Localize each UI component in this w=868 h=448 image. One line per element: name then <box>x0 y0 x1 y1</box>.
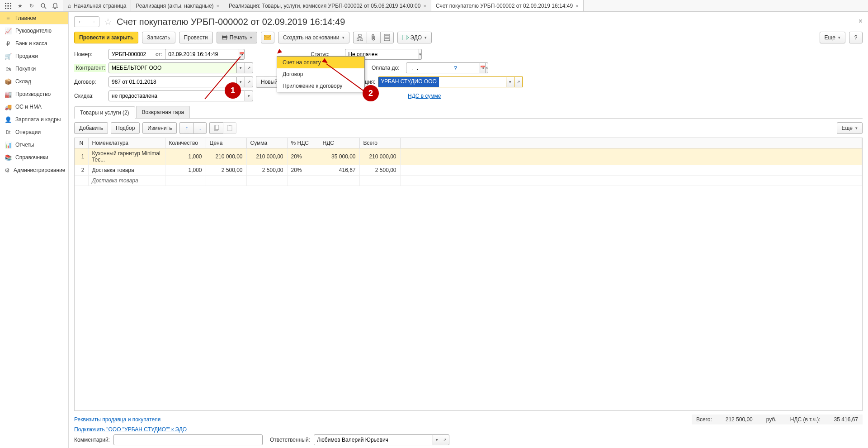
svg-rect-3 <box>5 5 6 6</box>
create-based-button[interactable]: Создать на основании <box>278 32 349 43</box>
pay-until-field[interactable] <box>406 62 480 73</box>
attach-button[interactable] <box>367 32 380 43</box>
col-vat[interactable]: НДС <box>319 138 359 148</box>
sidebar-item-assets[interactable]: 🚚ОС и НМА <box>0 100 68 113</box>
table-row[interactable]: 2 Доставка товара 1,000 2 500,00 2 500,0… <box>75 165 862 176</box>
dropdown-icon[interactable]: ▾ <box>245 91 253 101</box>
calendar-icon[interactable]: 📅 <box>480 62 486 73</box>
sidebar-item-manager[interactable]: 📈Руководителю <box>0 24 68 37</box>
responsible-field[interactable] <box>314 434 433 445</box>
books-icon: 📚 <box>5 154 12 161</box>
search-icon[interactable] <box>38 0 49 11</box>
post-button[interactable]: Провести <box>179 32 213 43</box>
tab-doc3[interactable]: Счет покупателю УРБП-000002 от 02.09.201… <box>431 0 584 11</box>
person-icon: 👤 <box>5 116 12 123</box>
col-qty[interactable]: Количество <box>165 138 206 148</box>
star-icon[interactable]: ★ <box>14 0 25 11</box>
dropdown-icon[interactable]: ▾ <box>237 62 245 73</box>
add-row-button[interactable]: Добавить <box>74 122 108 134</box>
col-n[interactable]: N <box>75 138 88 148</box>
dropdown-icon[interactable]: ▾ <box>419 49 422 60</box>
pick-button[interactable]: Подбор <box>111 122 140 134</box>
tab-returnable[interactable]: Возвратная тара <box>136 106 190 118</box>
favorite-star-icon[interactable]: ☆ <box>104 16 112 27</box>
close-icon[interactable]: × <box>576 3 578 9</box>
sidebar-label: Отчеты <box>15 142 34 148</box>
tab-goods[interactable]: Товары и услуги (2) <box>74 106 135 119</box>
edo-connect-link[interactable]: Подключить "ООО "УРБАН СТУДИО"" к ЭДО <box>74 426 187 433</box>
close-icon[interactable]: × <box>423 3 426 9</box>
dropdown-icon[interactable]: ▾ <box>506 76 514 87</box>
sidebar-item-sales[interactable]: 🛒Продажи <box>0 50 68 62</box>
edo-button[interactable]: ЭДО <box>397 32 432 43</box>
sidebar-label: Операции <box>15 129 41 135</box>
help-icon[interactable]: ? <box>454 65 457 71</box>
help-button[interactable]: ? <box>849 32 863 43</box>
col-vatpct[interactable]: % НДС <box>287 138 319 148</box>
sidebar-item-admin[interactable]: ⚙Администрирование <box>0 164 68 176</box>
sidebar-item-reports[interactable]: 📊Отчеты <box>0 138 68 151</box>
open-icon[interactable]: ↗ <box>245 76 253 87</box>
back-button[interactable]: ← <box>74 16 87 27</box>
copy-button[interactable] <box>209 122 223 134</box>
history-icon[interactable]: ↻ <box>26 0 37 11</box>
vat-link[interactable]: НДС в сумме <box>408 93 441 99</box>
seller-details-link[interactable]: Реквизиты продавца и покупателя <box>74 416 160 423</box>
forward-button[interactable]: → <box>87 16 99 27</box>
col-sum[interactable]: Сумма <box>246 138 287 148</box>
comment-field[interactable] <box>113 434 263 445</box>
print-menu-contract[interactable]: Договор <box>277 68 364 80</box>
apps-icon[interactable] <box>3 0 14 11</box>
table-row[interactable]: 1 Кухонный гарнитур Minimal Tec... 1,000… <box>75 148 862 165</box>
sidebar-item-warehouse[interactable]: 📦Склад <box>0 75 68 88</box>
list-button[interactable] <box>380 32 394 43</box>
envelope-icon <box>264 35 271 40</box>
clear-icon[interactable]: × <box>486 62 488 73</box>
responsible-label: Ответственный: <box>270 437 310 443</box>
open-icon[interactable]: ↗ <box>514 76 523 87</box>
close-page-icon[interactable]: × <box>859 17 863 25</box>
dropdown-icon[interactable]: ▾ <box>433 434 441 445</box>
items-table: N Номенклатура Количество Цена Сумма % Н… <box>75 138 862 186</box>
open-icon[interactable]: ↗ <box>441 434 449 445</box>
pay-until-label: Оплата до: <box>372 65 403 71</box>
more-button[interactable]: Еще <box>820 32 845 43</box>
table-row[interactable]: Доставка товара <box>75 176 862 186</box>
change-button[interactable]: Изменить <box>142 122 177 134</box>
sidebar-item-hr[interactable]: 👤Зарплата и кадры <box>0 113 68 126</box>
sidebar-item-main[interactable]: ≡Главное <box>0 12 68 24</box>
move-up-button[interactable]: ↑ <box>179 122 193 134</box>
factory-icon: 🏭 <box>5 91 12 98</box>
sidebar-item-catalogs[interactable]: 📚Справочники <box>0 151 68 164</box>
post-and-close-button[interactable]: Провести и закрыть <box>74 32 138 43</box>
tab-doc2[interactable]: Реализация: Товары, услуги, комиссия УРБ… <box>224 0 431 11</box>
sidebar-item-operations[interactable]: DtОперации <box>0 126 68 138</box>
tab-doc1[interactable]: Реализация (акты, накладные)× <box>131 0 224 11</box>
structure-button[interactable] <box>353 32 367 43</box>
print-menu-invoice[interactable]: Счет на оплату <box>277 57 364 68</box>
col-total[interactable]: Всего <box>359 138 400 148</box>
counterparty-field[interactable] <box>108 62 237 73</box>
cart-icon: 🛒 <box>5 53 12 60</box>
open-icon[interactable]: ↗ <box>245 62 253 73</box>
sidebar-label: Справочники <box>15 154 48 161</box>
write-button[interactable]: Записать <box>142 32 175 43</box>
tab-home[interactable]: ⌂Начальная страница <box>63 0 131 11</box>
sidebar-item-bank[interactable]: ₽Банк и касса <box>0 37 68 50</box>
sidebar-item-purchases[interactable]: 🛍Покупки <box>0 62 68 75</box>
sidebar-label: Производство <box>15 91 51 97</box>
currency-label: руб. <box>766 416 777 423</box>
table-more-button[interactable]: Еще <box>837 122 863 134</box>
col-price[interactable]: Цена <box>206 138 246 148</box>
email-button[interactable] <box>261 32 274 43</box>
calendar-icon[interactable]: 📅 <box>239 49 245 60</box>
close-icon[interactable]: × <box>217 3 219 9</box>
date-field[interactable] <box>165 49 239 60</box>
col-item[interactable]: Номенклатура <box>88 138 165 148</box>
contract-field[interactable] <box>108 76 237 87</box>
paste-button[interactable] <box>223 122 236 134</box>
bell-icon[interactable] <box>50 0 61 11</box>
print-button[interactable]: Печать <box>217 32 257 43</box>
sidebar-item-production[interactable]: 🏭Производство <box>0 88 68 100</box>
move-down-button[interactable]: ↓ <box>193 122 207 134</box>
